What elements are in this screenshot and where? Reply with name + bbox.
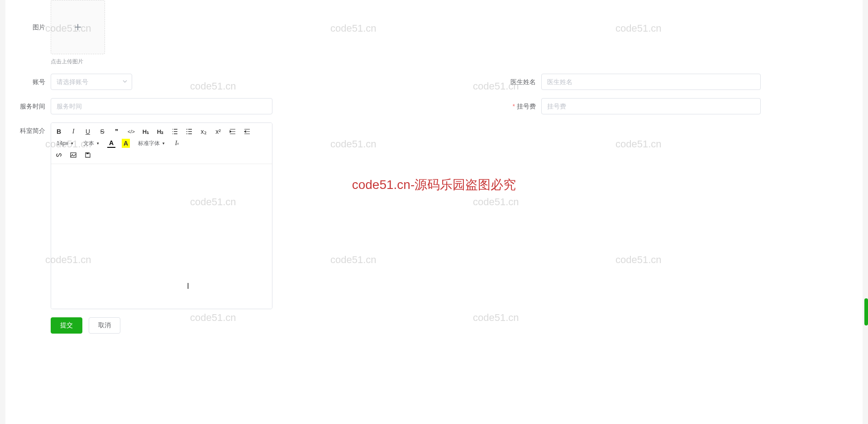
unordered-list-button[interactable] bbox=[185, 127, 193, 136]
image-upload-box[interactable]: + bbox=[51, 0, 105, 54]
upload-hint: 点击上传图片 bbox=[51, 58, 105, 66]
h2-button[interactable]: H₂ bbox=[156, 127, 164, 136]
department-intro-label: 科室简介 bbox=[14, 122, 51, 135]
h1-button[interactable]: H₁ bbox=[142, 127, 150, 136]
image-button[interactable] bbox=[69, 151, 77, 160]
service-time-label: 服务时间 bbox=[14, 98, 51, 114]
save-icon-button[interactable] bbox=[84, 151, 92, 160]
editor-toolbar: B I U S ❞ </> H₁ H₂ x₂ bbox=[51, 123, 272, 164]
font-family-select[interactable]: 标准字体▾ bbox=[136, 140, 167, 147]
account-label: 账号 bbox=[14, 74, 51, 90]
text-style-select[interactable]: 文本▾ bbox=[81, 140, 101, 147]
registration-fee-label: *挂号费 bbox=[505, 98, 541, 114]
ordered-list-button[interactable] bbox=[171, 127, 179, 136]
bold-button[interactable]: B bbox=[55, 127, 63, 136]
superscript-button[interactable]: x² bbox=[214, 127, 222, 136]
bg-color-button[interactable]: A bbox=[122, 139, 130, 148]
outdent-button[interactable] bbox=[243, 127, 251, 136]
rich-editor: B I U S ❞ </> H₁ H₂ x₂ bbox=[51, 122, 272, 309]
image-field: 图片 + 点击上传图片 bbox=[14, 0, 105, 66]
underline-button[interactable]: U bbox=[84, 127, 92, 136]
doctor-name-input[interactable] bbox=[541, 74, 761, 90]
code-button[interactable]: </> bbox=[127, 127, 135, 136]
form-panel: 图片 + 点击上传图片 账号 医生姓名 服务时 bbox=[5, 0, 863, 424]
subscript-button[interactable]: x₂ bbox=[200, 127, 208, 136]
clear-format-button[interactable]: Ix bbox=[173, 139, 181, 148]
service-time-input[interactable] bbox=[51, 98, 272, 114]
text-color-button[interactable]: A bbox=[107, 139, 115, 148]
svg-point-1 bbox=[186, 131, 187, 132]
cancel-button[interactable]: 取消 bbox=[89, 317, 120, 334]
svg-rect-5 bbox=[86, 153, 89, 154]
strike-button[interactable]: S bbox=[98, 127, 106, 136]
scrollbar-thumb[interactable] bbox=[864, 298, 868, 325]
submit-button[interactable]: 提交 bbox=[51, 317, 82, 334]
registration-fee-input[interactable] bbox=[541, 98, 761, 114]
quote-button[interactable]: ❞ bbox=[113, 127, 121, 136]
plus-icon: + bbox=[74, 20, 81, 34]
svg-point-0 bbox=[186, 129, 187, 130]
editor-content-area[interactable]: I bbox=[51, 164, 272, 309]
indent-button[interactable] bbox=[229, 127, 237, 136]
svg-point-2 bbox=[186, 133, 187, 134]
text-cursor-icon: I bbox=[187, 282, 189, 291]
link-button[interactable] bbox=[55, 151, 63, 160]
font-size-select[interactable]: 14px▾ bbox=[55, 140, 75, 146]
doctor-name-label: 医生姓名 bbox=[505, 74, 541, 90]
account-select[interactable] bbox=[51, 74, 132, 90]
italic-button[interactable]: I bbox=[69, 127, 77, 136]
image-label: 图片 bbox=[14, 0, 51, 32]
